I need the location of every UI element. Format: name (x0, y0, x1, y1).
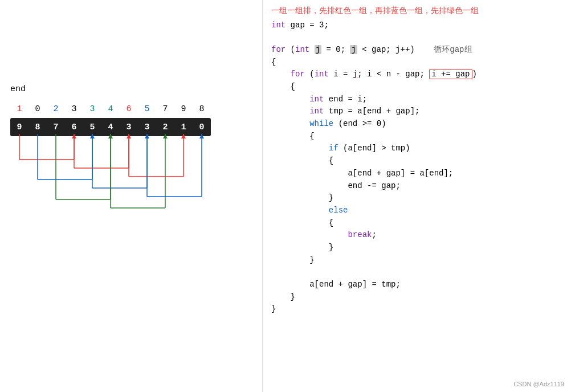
index-5: 4 (101, 104, 120, 114)
line-for-outer: for (int j = 0; j < gap; j++) 循环gap组 (271, 44, 565, 56)
line-final-assign: a[end + gap] = tmp; (271, 279, 565, 291)
line-decrement: end -= gap; (271, 180, 565, 193)
svg-marker-31 (199, 134, 204, 138)
right-panel: 一组一组排，先排红色一组，再排蓝色一组，先排绿色一组 int gap = 3; … (263, 0, 571, 392)
svg-marker-23 (163, 134, 168, 138)
line-if: if (a[end] > tmp) (271, 142, 565, 155)
index-3: 3 (65, 104, 83, 114)
svg-marker-27 (181, 134, 186, 138)
comment-line: 一组一组排，先排红色一组，再排蓝色一组，先排绿色一组 (271, 6, 565, 17)
line-brace6: { (271, 217, 565, 230)
line-blank2 (271, 266, 565, 279)
index-1: 0 (28, 104, 47, 114)
divider (262, 0, 263, 392)
line-brace9: } (271, 291, 565, 304)
line-tmp: int tmp = a[end + gap]; (271, 105, 565, 118)
watermark: CSDN @Adz1119 (513, 381, 564, 387)
line-break: break; (271, 229, 565, 242)
line-brace4: { (271, 155, 565, 168)
line-blank1 (271, 31, 565, 44)
index-10: 8 (193, 104, 211, 114)
line-brace1: { (271, 56, 565, 69)
index-6: 6 (120, 104, 138, 114)
line-brace10: } (271, 303, 565, 316)
code-block: int gap = 3; for (int j = 0; j < gap; j+… (271, 19, 565, 316)
index-9: 9 (174, 104, 193, 114)
line-brace5: } (271, 192, 565, 205)
end-label: end (10, 84, 26, 94)
line-brace8: } (271, 254, 565, 267)
line-for-inner: for (int i = j; i < n - gap; i += gap) (271, 68, 565, 81)
index-0: 1 (10, 104, 28, 114)
index-4: 3 (83, 104, 101, 114)
line-end: int end = i; (271, 93, 565, 106)
line-brace3: { (271, 130, 565, 143)
index-7: 5 (138, 104, 156, 114)
index-2: 2 (47, 104, 65, 114)
line-assign: a[end + gap] = a[end]; (271, 168, 565, 180)
left-panel: end 1 0 2 3 3 4 6 5 7 9 8 9 8 7 6 5 4 3 … (0, 0, 262, 392)
line-while: while (end >= 0) (271, 118, 565, 130)
line-brace7: } (271, 242, 565, 254)
line-gap: int gap = 3; (271, 19, 565, 32)
index-8: 7 (156, 104, 174, 114)
arrows-svg (10, 134, 221, 236)
index-row: 1 0 2 3 3 4 6 5 7 9 8 (10, 104, 211, 114)
line-brace2: { (271, 81, 565, 93)
line-else: else (271, 205, 565, 217)
